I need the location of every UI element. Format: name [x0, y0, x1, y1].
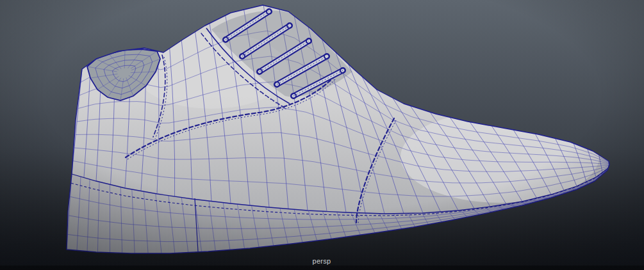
viewport-canvas[interactable]: persp — [0, 0, 644, 270]
viewport-edge-shadow — [0, 266, 644, 270]
camera-label: persp — [312, 257, 331, 265]
maya-viewport[interactable]: persp — [0, 0, 644, 270]
